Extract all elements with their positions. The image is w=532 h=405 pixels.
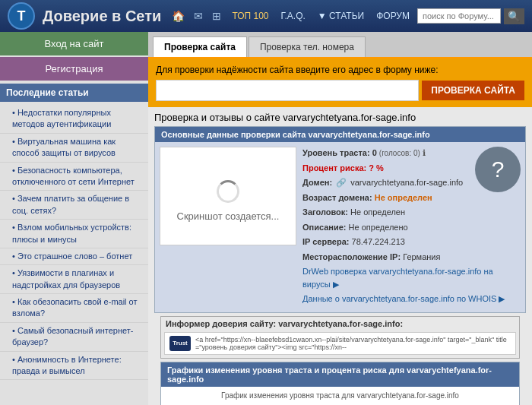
location-label: Месторасположение IP: xyxy=(302,252,401,261)
check-form-row: ПРОВЕРКА САЙТА xyxy=(156,80,524,101)
trust-percent-value: Процент риска: ? % xyxy=(302,163,384,172)
domain-link-icon: 🔗 xyxy=(336,178,349,187)
graph-content: График изменения уровня траста для varva… xyxy=(161,387,519,406)
search-button[interactable]: 🔍 xyxy=(504,8,524,24)
informer-code[interactable]: <a href="https://xn--blaeefebsd1cwaon.xn… xyxy=(195,336,511,351)
tabs: Проверка сайта Проверка тел. номера xyxy=(148,32,532,59)
sidebar-article-item[interactable]: Виртуальная машина как способ защиты от … xyxy=(0,134,148,163)
main-data-box-header: Основные данные проверки сайта varvarych… xyxy=(155,127,525,142)
age-label: Возраст домена: xyxy=(302,193,372,202)
ip-label: IP сервера: xyxy=(302,237,349,246)
tab-check-phone[interactable]: Проверка тел. номера xyxy=(249,36,366,57)
main-content: Проверка сайта Проверка тел. номера Для … xyxy=(148,32,532,405)
location-value: Германия xyxy=(403,252,440,261)
graph-svg-area: 1,0 0,5 0,0 xyxy=(166,403,515,406)
nav-top100[interactable]: ТОП 100 xyxy=(227,9,273,23)
informer-box: Информер доверия сайту: varvarychtetyana… xyxy=(160,316,520,359)
sidebar: Вход на сайт Регистрация Последние стать… xyxy=(0,32,148,405)
screenshot-label: Скриншот создается... xyxy=(177,210,280,222)
sidebar-article-item[interactable]: Зачем платить за общение в соц. сетях? xyxy=(0,191,148,220)
sidebar-article-item[interactable]: Как обезопасить свой e-mail от взлома? xyxy=(0,294,148,323)
loading-spinner xyxy=(217,180,239,203)
results-title: Проверка и отзывы о сайте varvarychtetya… xyxy=(154,112,526,123)
graph-area: Графики изменения уровня траста и процен… xyxy=(160,362,520,406)
sidebar-articles-title: Последние статьи xyxy=(0,84,148,102)
sidebar-article-item[interactable]: Взлом мобильных устройств: плюсы и минус… xyxy=(0,220,148,248)
check-form-label: Для проверки надёжности сайта введите ег… xyxy=(156,65,524,75)
sidebar-article-item[interactable]: Анонимность в Интернете: правда и вымысе… xyxy=(0,352,148,381)
sidebar-article-item[interactable]: Уязвимости в плагинах и надстройках для … xyxy=(0,265,148,294)
whois-link[interactable]: Данные о varvarychtetyana.for-sage.info … xyxy=(302,294,505,303)
results-area: Проверка и отзывы о сайте varvarychtetya… xyxy=(148,107,532,405)
logo-text: Доверие в Сети xyxy=(43,8,161,25)
trust-votes: (голосов: 0) xyxy=(379,149,420,157)
domain-label: Домен: xyxy=(302,178,332,187)
site-url-input[interactable] xyxy=(156,80,419,101)
graph-title: График изменения уровня траста для varva… xyxy=(166,391,515,400)
nav-faq[interactable]: Г.А.Q. xyxy=(276,9,309,23)
ip-value: 78.47.224.213 xyxy=(352,237,405,246)
sidebar-articles-list: Недостатки популярных методов аутентифик… xyxy=(0,102,148,383)
location-row: Месторасположение IP: Германия xyxy=(302,251,521,264)
sidebar-article-item[interactable]: Безопасность компьютера, отключенного от… xyxy=(0,163,148,191)
desc-label: Описание: xyxy=(302,223,347,232)
page-header-label: Заголовок: xyxy=(302,207,348,217)
chart-svg xyxy=(187,403,508,406)
sidebar-article-item[interactable]: Самый безопасный интернет-браузер? xyxy=(0,323,148,352)
check-form-area: Для проверки надёжности сайта введите ег… xyxy=(148,59,532,107)
layout: Вход на сайт Регистрация Последние стать… xyxy=(0,32,532,405)
age-value: Не определен xyxy=(375,193,432,202)
desc-row: Описание: Не определено xyxy=(302,221,521,234)
informer-header: Информер доверия сайту: varvarychtetyana… xyxy=(161,317,519,331)
check-site-button[interactable]: ПРОВЕРКА САЙТА xyxy=(422,81,524,100)
page-header-value: Не определен xyxy=(350,207,405,217)
nav-bar: 🏠 ✉ ⊞ ТОП 100 Г.А.Q. ▼ СТАТЬИ ФОРУМ 🔍 xyxy=(169,8,524,24)
desc-value: Не определено xyxy=(349,223,408,232)
sidebar-article-item[interactable]: Это страшное слово – ботнет xyxy=(0,248,148,265)
trust-level-label: Уровень траста: 0 xyxy=(302,148,377,157)
register-button[interactable]: Регистрация xyxy=(0,57,148,81)
ip-row: IP сервера: 78.47.224.213 xyxy=(302,236,521,248)
search-input[interactable] xyxy=(417,8,501,24)
trust-badge: ? xyxy=(475,147,521,192)
main-data-box: Основные данные проверки сайта varvarych… xyxy=(154,126,526,313)
age-row: Возраст домена: Не определен xyxy=(302,191,521,204)
trust-info-icon: ℹ xyxy=(423,148,426,157)
nav-forum[interactable]: ФОРУМ xyxy=(372,9,414,23)
nav-articles[interactable]: ▼ СТАТЬИ xyxy=(313,9,369,23)
drweb-link[interactable]: DrWeb проверка varvarychtetyana.for-sage… xyxy=(302,267,493,289)
grid-icon[interactable]: ⊞ xyxy=(209,8,224,24)
logo-icon: Т xyxy=(8,2,35,30)
info-panel: ? Уровень траста: 0 (голосов: 0) ℹ Проце… xyxy=(302,147,521,308)
graph-header: Графики изменения уровня траста и процен… xyxy=(161,362,519,387)
home-icon[interactable]: 🏠 xyxy=(169,8,188,24)
main-data-content: Скриншот создается... ? Уровень траста: … xyxy=(155,142,525,312)
tab-check-site[interactable]: Проверка сайта xyxy=(153,36,247,57)
screenshot-area: Скриншот создается... xyxy=(160,147,296,245)
sidebar-article-item[interactable]: Недостатки популярных методов аутентифик… xyxy=(0,105,148,134)
mail-icon[interactable]: ✉ xyxy=(191,8,206,24)
login-button[interactable]: Вход на сайт xyxy=(0,32,148,55)
whois-row: Данные о varvarychtetyana.for-sage.info … xyxy=(302,293,521,305)
informer-mini-logo: Trust xyxy=(169,336,191,351)
header: Т Доверие в Сети 🏠 ✉ ⊞ ТОП 100 Г.А.Q. ▼ … xyxy=(0,0,532,32)
domain-value: varvarychtetyana.for-sage.info xyxy=(350,178,463,187)
header-row: Заголовок: Не определен xyxy=(302,206,521,219)
informer-content: Trust <a href="https://xn--blaeefebsd1cw… xyxy=(164,332,516,355)
drweb-row: DrWeb проверка varvarychtetyana.for-sage… xyxy=(302,265,521,290)
